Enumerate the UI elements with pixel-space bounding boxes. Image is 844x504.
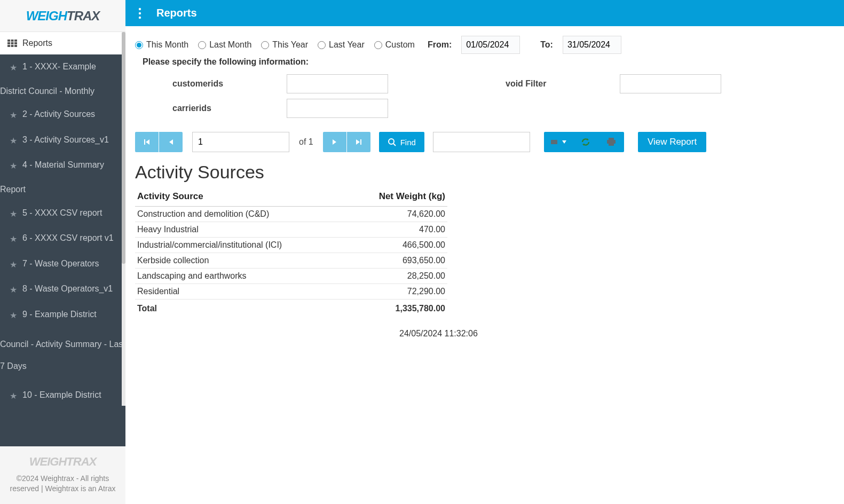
sidebar-item-8[interactable]: ★ 8 - Waste Operators_v1 <box>0 277 125 302</box>
radio-last-month[interactable] <box>198 41 206 49</box>
nav-scroll[interactable]: Reports ★ 1 - XXXX- Example District Cou… <box>0 32 125 446</box>
range-label: Last Month <box>209 40 251 50</box>
footer-line2: reserved | Weightrax is an Atrax <box>6 484 119 494</box>
radio-this-month[interactable] <box>135 41 143 49</box>
cell-weight: 74,620.00 <box>347 207 447 222</box>
cell-weight: 470.00 <box>347 222 447 238</box>
cell-total-value: 1,335,780.00 <box>347 300 447 317</box>
col-net-weight: Net Weight (kg) <box>347 188 447 207</box>
cell-source: Industrial/commercial/institutional (ICI… <box>135 238 347 253</box>
range-label: This Year <box>272 40 308 50</box>
brand-logo: WEIGHTRAX <box>0 0 125 32</box>
param-grid: customerids carrierids void Filter <box>172 74 840 118</box>
to-date-input[interactable] <box>563 36 621 54</box>
sidebar-footer: WEIGHTRAX ©2024 Weightrax - All rights r… <box>0 446 125 504</box>
nav-reports[interactable]: Reports <box>0 32 125 54</box>
voidfilter-input[interactable] <box>620 74 721 93</box>
table-row: Industrial/commercial/institutional (ICI… <box>135 238 447 253</box>
sidebar-item-7[interactable]: ★ 7 - Waste Operators <box>0 251 125 277</box>
cell-weight: 466,500.00 <box>347 238 447 253</box>
cell-weight: 28,250.00 <box>347 269 447 284</box>
sidebar-scrollbar[interactable] <box>122 32 125 406</box>
sidebar-item-5[interactable]: ★ 5 - XXXX CSV report <box>0 201 125 226</box>
specify-text: Please specify the following information… <box>143 57 840 67</box>
svg-point-11 <box>139 16 141 18</box>
export-button[interactable] <box>544 132 573 152</box>
report-title: Activity Sources <box>135 162 840 183</box>
sidebar-item-label: 4 - Material Summary <box>22 159 104 171</box>
carrierids-input[interactable] <box>287 99 388 118</box>
kebab-menu-icon[interactable] <box>138 7 141 19</box>
svg-rect-4 <box>11 42 14 44</box>
range-row: This Month Last Month This Year Last Yea… <box>135 36 840 54</box>
next-page-button[interactable] <box>323 132 346 152</box>
topbar: Reports <box>125 0 844 26</box>
cell-weight: 693,650.00 <box>347 253 447 269</box>
nav-reports-label: Reports <box>22 38 52 48</box>
param-voidfilter: void Filter <box>506 74 721 93</box>
sidebar-item-9[interactable]: ★ 9 - Example District <box>0 302 125 328</box>
range-label: Custom <box>385 40 415 50</box>
find-input[interactable] <box>433 132 530 152</box>
cell-source: Kerbside collection <box>135 253 347 269</box>
sidebar-item-2[interactable]: ★ 2 - Activity Sources <box>0 102 125 128</box>
sidebar-item-label: 8 - Waste Operators_v1 <box>22 283 113 295</box>
range-last-year[interactable]: Last Year <box>318 40 365 50</box>
footer-line1: ©2024 Weightrax - All rights <box>6 474 119 484</box>
svg-point-10 <box>139 12 141 14</box>
sidebar-item-4[interactable]: ★ 4 - Material Summary <box>0 153 125 178</box>
cell-source: Landscaping and earthworks <box>135 269 347 284</box>
col-activity-source: Activity Source <box>135 188 347 207</box>
find-label: Find <box>400 138 416 147</box>
star-icon: ★ <box>10 62 17 74</box>
svg-point-12 <box>389 139 394 144</box>
sidebar-item-6[interactable]: ★ 6 - XXXX CSV report v1 <box>0 226 125 251</box>
star-icon: ★ <box>10 284 17 296</box>
from-date-input[interactable] <box>461 36 520 54</box>
main-area: Reports This Month Last Month This Year … <box>125 0 844 504</box>
radio-last-year[interactable] <box>318 41 326 49</box>
print-button[interactable] <box>598 132 624 152</box>
svg-rect-5 <box>14 42 17 44</box>
prev-page-button[interactable] <box>159 132 183 152</box>
svg-rect-7 <box>11 45 14 47</box>
svg-rect-3 <box>7 42 10 44</box>
content: This Month Last Month This Year Last Yea… <box>125 26 844 504</box>
cell-weight: 72,290.00 <box>347 284 447 300</box>
param-label-carrierids: carrierids <box>172 104 279 113</box>
range-this-month[interactable]: This Month <box>135 40 188 50</box>
star-icon: ★ <box>10 109 17 121</box>
first-page-button[interactable] <box>135 132 159 152</box>
reports-icon <box>7 40 17 47</box>
sidebar: WEIGHTRAX Reports ★ 1 - XXXX- Example Di… <box>0 0 125 504</box>
view-report-button[interactable]: View Report <box>638 132 706 152</box>
svg-point-9 <box>139 7 141 10</box>
sidebar-item-3[interactable]: ★ 3 - Activity Sources_v1 <box>0 128 125 153</box>
param-customerids: customerids <box>172 74 388 93</box>
customerids-input[interactable] <box>287 74 388 93</box>
range-this-year[interactable]: This Year <box>261 40 308 50</box>
sidebar-item-10[interactable]: ★ 10 - Example District <box>0 383 125 408</box>
radio-this-year[interactable] <box>261 41 269 49</box>
sidebar-item-label: 2 - Activity Sources <box>22 108 95 120</box>
report-timestamp: 24/05/2024 11:32:06 <box>135 329 840 338</box>
sidebar-scrollbar-thumb[interactable] <box>122 32 125 264</box>
sidebar-item-label: 6 - XXXX CSV report v1 <box>22 232 114 244</box>
range-last-month[interactable]: Last Month <box>198 40 251 50</box>
cell-source: Construction and demolition (C&D) <box>135 207 347 222</box>
radio-custom[interactable] <box>374 41 382 49</box>
range-custom[interactable]: Custom <box>374 40 415 50</box>
cell-source: Heavy Industrial <box>135 222 347 238</box>
sidebar-item-label: 9 - Example District <box>22 309 97 320</box>
refresh-button[interactable] <box>573 132 598 152</box>
sidebar-item-1[interactable]: ★ 1 - XXXX- Example <box>0 54 125 80</box>
last-page-button[interactable] <box>347 132 370 152</box>
page-of-text: of 1 <box>299 137 313 147</box>
param-label-customerids: customerids <box>172 79 279 89</box>
page-number-input[interactable] <box>192 132 289 152</box>
sidebar-item-label: 1 - XXXX- Example <box>22 61 96 73</box>
table-row-total: Total1,335,780.00 <box>135 300 447 317</box>
find-button[interactable]: Find <box>379 132 424 152</box>
search-icon <box>388 138 396 146</box>
table-row: Landscaping and earthworks28,250.00 <box>135 269 447 284</box>
